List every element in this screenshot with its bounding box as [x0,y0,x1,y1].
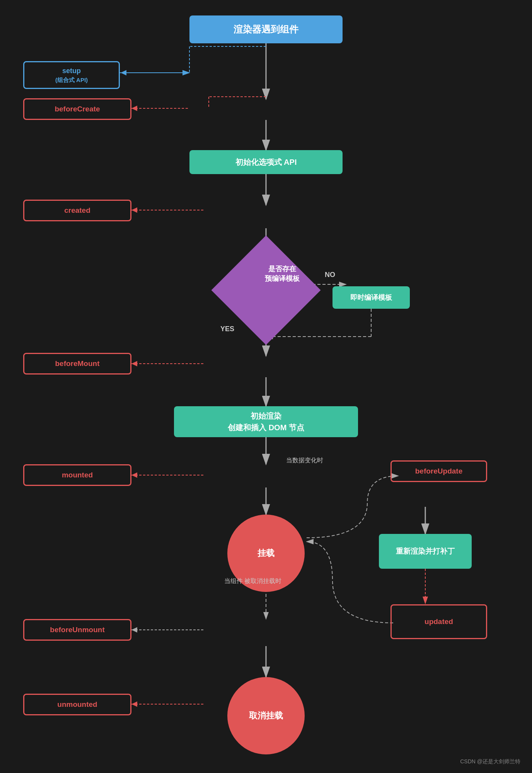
updated-box: updated [390,604,487,639]
initial-render-sub: 创建和插入 DOM 节点 [228,422,304,433]
svg-marker-20 [131,106,137,111]
svg-marker-22 [131,207,137,213]
component-unmount-label: 当组件 被取消挂载时 [224,576,281,586]
initial-render-label: 初始渲染 [251,410,281,422]
has-template-label: 是否存在预编译模板 [244,258,321,289]
compile-template-box: 即时编译模板 [332,286,410,309]
watermark: CSDN @还是大剑师兰特 [460,758,520,765]
svg-marker-26 [131,472,137,478]
init-options-box: 初始化选项式 API [189,150,343,174]
no-label: NO [325,271,335,279]
before-create-box: beforeCreate [23,98,131,120]
before-unmount-box: beforeUnmount [23,619,131,641]
yes-label: YES [220,325,234,333]
before-mount-box: beforeMount [23,353,131,375]
re-render-box: 重新渲染并打补丁 [379,534,472,569]
setup-sublabel: (组合式 API) [55,76,88,84]
diagram-container: 渲染器遇到组件 setup (组合式 API) beforeCreate 初始化… [0,0,532,773]
svg-marker-28 [131,627,137,633]
setup-box: setup (组合式 API) [23,61,120,89]
before-update-box: beforeUpdate [390,460,487,482]
svg-marker-30 [131,701,137,707]
unmounted-box: unmounted [23,694,131,715]
initial-render-box: 初始渲染 创建和插入 DOM 节点 [174,406,358,437]
svg-marker-24 [131,361,137,366]
setup-label: setup [62,66,81,76]
created-box: created [23,200,131,221]
svg-marker-33 [121,70,126,75]
renderer-encounter-box: 渲染器遇到组件 [189,15,343,43]
mounted-box: mounted [23,464,131,486]
unmount-circle: 取消挂载 [227,677,305,754]
data-change-label: 当数据变化时 [286,457,323,465]
